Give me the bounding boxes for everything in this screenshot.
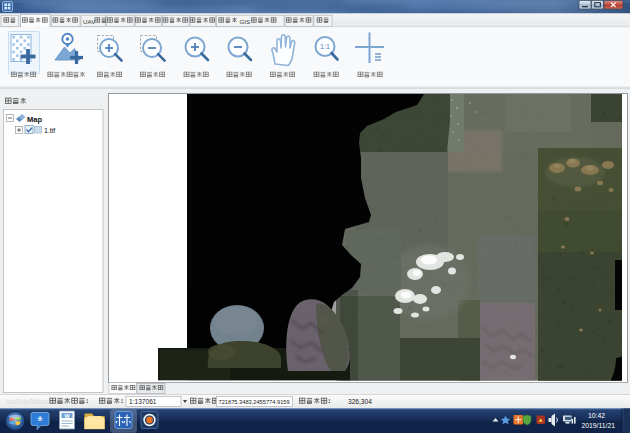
svg-text:*: * xyxy=(37,413,43,429)
svg-text:1:137061: 1:137061 xyxy=(129,398,157,405)
svg-text:721875.3483,2455774.9159: 721875.3483,2455774.9159 xyxy=(219,399,290,405)
svg-text:GIS: GIS xyxy=(240,18,251,25)
svg-text:10:42: 10:42 xyxy=(588,412,605,419)
svg-text:UAV: UAV xyxy=(83,18,96,25)
svg-text:1:1: 1:1 xyxy=(320,42,330,51)
svg-text:1.tif: 1.tif xyxy=(44,127,55,134)
svg-text:Map: Map xyxy=(27,115,42,124)
svg-text:W: W xyxy=(64,413,70,419)
svg-text:2019/11/21: 2019/11/21 xyxy=(581,422,615,429)
svg-text:326,304: 326,304 xyxy=(348,398,372,405)
